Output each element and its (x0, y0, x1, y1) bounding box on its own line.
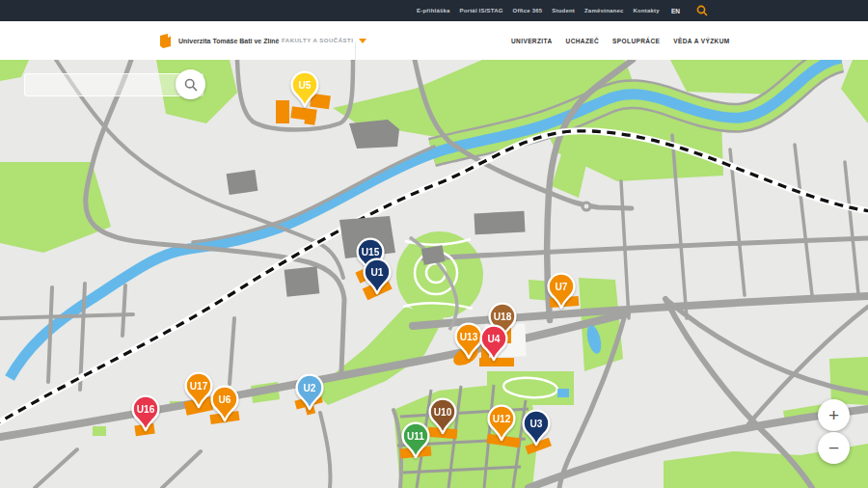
svg-text:U11: U11 (407, 431, 424, 442)
topbar-link[interactable]: Office 365 (513, 8, 543, 14)
svg-text:U1: U1 (371, 267, 384, 278)
map-search-button[interactable] (176, 69, 205, 99)
campus-map[interactable]: U5U15U1U7U18U13U4U17U2U6U16U10U12U3U11 +… (0, 60, 868, 488)
nav-item[interactable]: VĚDA A VÝZKUM (673, 38, 729, 44)
topbar-link[interactable]: Zaměstnanec (584, 8, 624, 14)
topbar-link[interactable]: Portál IS/STAG (460, 8, 503, 14)
chevron-down-icon (359, 39, 366, 43)
search-icon (184, 78, 198, 92)
top-utility-bar: E-přihláškaPortál IS/STAGOffice 365Stude… (0, 0, 868, 21)
svg-text:U4: U4 (488, 334, 501, 344)
topbar-link[interactable]: Student (552, 8, 575, 14)
svg-text:U17: U17 (190, 381, 208, 392)
svg-text:U5: U5 (299, 80, 312, 91)
svg-text:U7: U7 (556, 282, 568, 292)
svg-text:U6: U6 (219, 394, 231, 405)
svg-text:U15: U15 (362, 247, 380, 258)
zoom-in-button[interactable]: + (818, 399, 850, 431)
svg-text:U12: U12 (493, 414, 511, 424)
site-header: Univerzita Tomáše Bati ve Zlíně FAKULTY … (0, 21, 868, 60)
brand[interactable]: Univerzita Tomáše Bati ve Zlíně (159, 21, 280, 60)
svg-text:U3: U3 (530, 419, 543, 429)
svg-text:U16: U16 (137, 404, 155, 415)
zoom-out-button[interactable]: − (818, 432, 850, 464)
svg-text:U2: U2 (304, 383, 316, 393)
svg-text:U10: U10 (434, 407, 452, 418)
nav-item[interactable]: UNIVERZITA (511, 38, 553, 44)
nav-item[interactable]: UCHAZEČ (566, 38, 600, 44)
svg-text:U18: U18 (494, 312, 512, 322)
topbar-link[interactable]: Kontakty (634, 8, 660, 14)
brand-name: Univerzita Tomáše Bati ve Zlíně (178, 38, 280, 44)
language-switch[interactable]: EN (671, 8, 680, 14)
nav-item[interactable]: SPOLUPRÁCE (612, 38, 660, 44)
svg-text:U13: U13 (460, 332, 478, 342)
topbar-search-icon[interactable] (696, 5, 708, 16)
topbar-link[interactable]: E-přihláška (417, 8, 450, 14)
main-nav: UNIVERZITAUCHAZEČSPOLUPRÁCEVĚDA A VÝZKUM (511, 21, 744, 60)
map-canvas: U5U15U1U7U18U13U4U17U2U6U16U10U12U3U11 (0, 60, 868, 488)
topbar-links: E-přihláškaPortál IS/STAGOffice 365Stude… (417, 8, 669, 14)
university-logo-icon (159, 34, 172, 48)
